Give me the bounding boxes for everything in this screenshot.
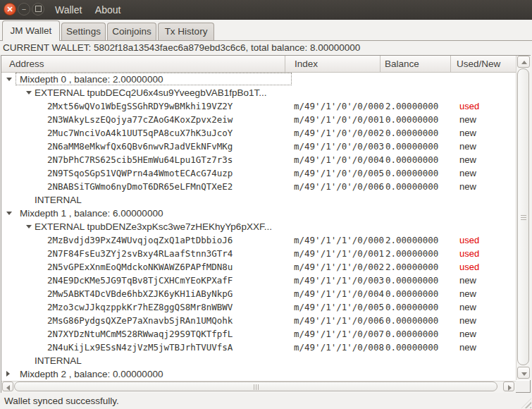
address-cell: 2N6aMM8eMkwfQx6QBv6nwvRJadVEkNFvMKg — [47, 140, 233, 153]
tree-row-mixdepth[interactable]: Mixdepth 2 , balance: 0.00000000 — [1, 367, 516, 381]
expanded-arrow-icon[interactable] — [26, 225, 32, 228]
status-cell: used — [459, 99, 479, 113]
balance-cell: 0.00000000 — [385, 327, 438, 341]
expanded-arrow-icon[interactable] — [6, 212, 12, 215]
address-cell: 2MsG86PydgsQXZeP7aXnavbSjRAn1UMQohk — [47, 314, 233, 327]
balance-cell: 2.00000000 — [385, 99, 438, 113]
header-separator — [285, 56, 285, 72]
maximize-glyph — [35, 6, 42, 12]
tab-coinjoins[interactable]: Coinjoins — [107, 23, 156, 40]
menu-item-about[interactable]: About — [95, 4, 121, 16]
tab-settings[interactable]: Settings — [61, 23, 106, 40]
tree-row-address[interactable]: 2Muc7WnciVoA4k1UUT5qPA8cuX7hK3uJcoYm/49'… — [1, 126, 516, 140]
status-cell: new — [459, 113, 476, 126]
titlebar: ✕ − Wallet About — [0, 0, 532, 20]
row-label: Mixdepth 2 , balance: 0.00000000 — [20, 367, 163, 381]
column-header-address[interactable]: Address — [9, 56, 44, 72]
column-header-balance[interactable]: Balance — [385, 56, 419, 72]
address-cell: 2Muc7WnciVoA4k1UUT5qPA8cuX7hK3uJcoY — [47, 126, 233, 140]
vertical-scrollbar-thumb[interactable] — [517, 68, 529, 365]
index-cell: m/49'/1'/0'/0/005 — [294, 166, 384, 180]
status-cell: new — [459, 287, 476, 300]
resize-grip-icon[interactable] — [521, 398, 531, 408]
balance-cell: 0.00000000 — [385, 140, 438, 153]
scroll-left-button[interactable] — [2, 381, 13, 391]
row-label: EXTERNAL tpubDENZe3xpKsc3we7zHEKhyYp6pXX… — [35, 220, 272, 233]
column-header-index[interactable]: Index — [295, 56, 318, 72]
arrow-left-icon — [6, 385, 10, 391]
menu-item-wallet[interactable]: Wallet — [55, 4, 82, 16]
scrollbar-grip-icon — [521, 215, 526, 220]
status-message: Wallet synced successfully. — [4, 396, 119, 406]
row-label: EXTERNAL tpubDECq2U6x4su9YveegbVAB1fpBo1… — [35, 86, 266, 99]
tree-row-address[interactable]: 2NBABSiTGWmo6nyDmoT6DR65eLFMnQTXeE2m/49'… — [1, 180, 516, 193]
tree-row-address[interactable]: 2Mxt56wQVo1WbEgSSGhRDY9wBMkhi19VZ2Ym/49'… — [1, 99, 516, 113]
balance-cell: 0.00000000 — [385, 300, 438, 314]
address-cell: 2NBABSiTGWmo6nyDmoT6DR65eLFMnQTXeE2 — [47, 180, 233, 193]
status-cell: new — [459, 126, 476, 140]
balance-cell: 0.00000000 — [385, 274, 438, 287]
horizontal-scrollbar-thumb[interactable] — [14, 381, 497, 391]
current-wallet-summary: CURRENT WALLET: 5802f18a13543faec6a879eb… — [0, 41, 532, 55]
row-label: Mixdepth 0 , balance: 2.00000000 — [20, 73, 163, 86]
horizontal-scrollbar[interactable] — [1, 381, 516, 393]
tree-row-address[interactable]: 2N7bPhC7RS625cib5HEmWu64Lpu1GTz7r3sm/49'… — [1, 153, 516, 166]
column-header-used-new[interactable]: Used/New — [457, 56, 500, 72]
status-cell: new — [459, 300, 476, 314]
index-cell: m/49'/1'/1'/0/006 — [294, 314, 384, 327]
tab-jm-wallet[interactable]: JM Wallet — [2, 20, 60, 41]
balance-cell: 2.00000000 — [385, 247, 438, 260]
maximize-button-icon[interactable] — [32, 3, 44, 16]
tree-row-mixdepth[interactable]: Mixdepth 0 , balance: 2.00000000 — [1, 73, 516, 86]
tree-row-branch[interactable]: INTERNAL — [1, 193, 516, 207]
balance-cell: 0.00000000 — [385, 180, 438, 193]
tree-row-address[interactable]: 2Mzo3cwJJkqzppkKr7hEZ8ggQS8Mr8nWBWVm/49'… — [1, 300, 516, 314]
tree-row-address[interactable]: 2N7F84FsEu3ZYj2svBxy4RLaafStnn3GTr4m/49'… — [1, 247, 516, 260]
minimize-button-icon[interactable]: − — [18, 3, 30, 16]
index-cell: m/49'/1'/1'/0/001 — [294, 247, 384, 260]
address-cell: 2N3WAkyLszEQojya77cZAoG4KoxZpvx2eiw — [47, 113, 233, 126]
tree-row-address[interactable]: 2N6aMM8eMkwfQx6QBv6nwvRJadVEkNFvMKgm/49'… — [1, 140, 516, 153]
balance-cell: 0.00000000 — [385, 166, 438, 180]
expanded-arrow-icon[interactable] — [26, 91, 32, 94]
tree-row-branch[interactable]: EXTERNAL tpubDENZe3xpKsc3we7zHEKhyYp6pXX… — [1, 220, 516, 233]
tree-row-address[interactable]: 2N7XYDzNtuMCmMS28RWwaqj29S9TQKTfpfLm/49'… — [1, 327, 516, 341]
balance-cell: 2.00000000 — [385, 233, 438, 247]
tree-row-address[interactable]: 2N4E9DcKMe5JG9TqBv8TjCXHCmYEoKPXafFm/49'… — [1, 274, 516, 287]
row-label: Mixdepth 1 , balance: 6.00000000 — [20, 207, 163, 220]
tab-tx-history[interactable]: Tx History — [158, 23, 214, 40]
row-label: INTERNAL — [35, 193, 82, 207]
tree-row-address[interactable]: 2N9TSqoSGpS1VQWPrn4a4WmotECAcG74uzpm/49'… — [1, 166, 516, 180]
statusbar: Wallet synced successfully. — [0, 393, 532, 409]
tree-row-address[interactable]: 2N3WAkyLszEQojya77cZAoG4KoxZpvx2eiwm/49'… — [1, 113, 516, 126]
status-cell: new — [459, 140, 476, 153]
tree-row-address[interactable]: 2MsG86PydgsQXZeP7aXnavbSjRAn1UMQohkm/49'… — [1, 314, 516, 327]
tree-row-address[interactable]: 2N4uKijLx9ESsN4zjVzM5jwTBJrhTVUVfsAm/49'… — [1, 341, 516, 354]
status-cell: used — [459, 233, 479, 247]
address-cell: 2MzBvdjd39PxZ4WUvqjoqZxQ1aPtDbbioJ6 — [47, 233, 233, 247]
address-cell: 2N7bPhC7RS625cib5HEmWu64Lpu1GTz7r3s — [47, 153, 233, 166]
scroll-down-button[interactable] — [517, 367, 530, 379]
tree-row-address[interactable]: 2MzBvdjd39PxZ4WUvqjoqZxQ1aPtDbbioJ6m/49'… — [1, 233, 516, 247]
address-cell: 2N4E9DcKMe5JG9TqBv8TjCXHCmYEoKPXafF — [47, 274, 233, 287]
tree-row-mixdepth[interactable]: Mixdepth 1 , balance: 6.00000000 — [1, 207, 516, 220]
expanded-arrow-icon[interactable] — [6, 78, 12, 81]
arrow-right-icon — [508, 385, 512, 391]
tree-row-address[interactable]: 2N5vGPExXnmEoQMdckoNKWAWZ6PAPfMDN8um/49'… — [1, 260, 516, 274]
arrow-down-icon — [521, 372, 527, 376]
index-cell: m/49'/1'/1'/0/000 — [294, 233, 384, 247]
tree-row-branch[interactable]: INTERNAL — [1, 354, 516, 367]
collapsed-arrow-icon[interactable] — [6, 371, 10, 377]
vertical-scrollbar[interactable] — [516, 56, 531, 380]
scroll-right-button[interactable] — [503, 381, 514, 391]
close-button-icon[interactable]: ✕ — [4, 3, 16, 16]
address-cell: 2N7XYDzNtuMCmMS28RWwaqj29S9TQKTfpfL — [47, 327, 233, 341]
header-separator — [380, 56, 381, 72]
index-cell: m/49'/1'/0'/0/006 — [294, 180, 384, 193]
tree-row-address[interactable]: 2Mw5ABKT4DcVBde6hbXZJK6yKH1iAByNkpGm/49'… — [1, 287, 516, 300]
index-cell: m/49'/1'/1'/0/002 — [294, 260, 384, 274]
tree-row-branch[interactable]: EXTERNAL tpubDECq2U6x4su9YveegbVAB1fpBo1… — [1, 86, 516, 99]
scroll-up-button[interactable] — [517, 56, 530, 68]
status-cell: new — [459, 153, 476, 166]
index-cell: m/49'/1'/0'/0/000 — [294, 99, 384, 113]
